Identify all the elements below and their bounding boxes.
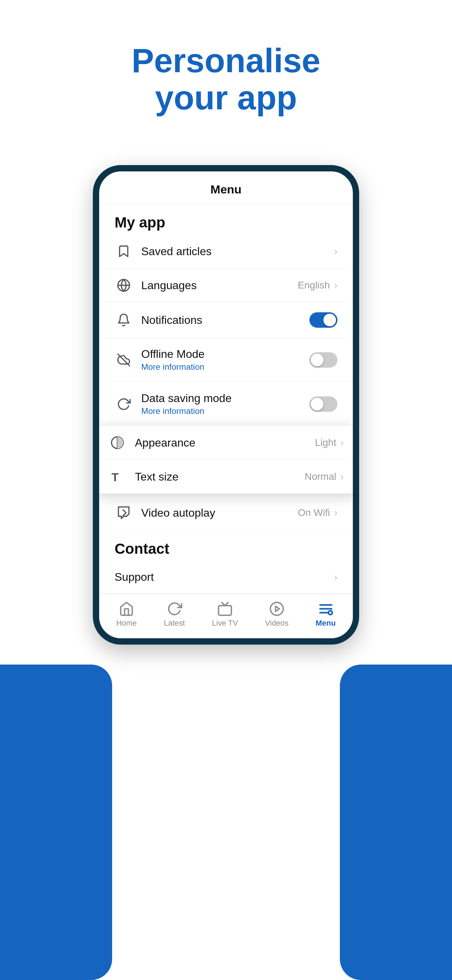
notifications-item[interactable]: Notifications — [99, 302, 353, 338]
appearance-value: Light — [315, 437, 336, 448]
support-chevron: › — [334, 572, 337, 583]
nav-latest[interactable]: Latest — [164, 601, 185, 628]
menu-header: Menu — [99, 172, 353, 204]
nav-menu[interactable]: Menu — [316, 601, 336, 628]
data-saving-toggle[interactable] — [309, 396, 337, 412]
video-autoplay-value: On Wifi — [298, 507, 330, 519]
floating-card-wrapper: Appearance Light › T Text size N — [99, 426, 353, 496]
nav-home-label: Home — [116, 619, 137, 628]
offline-mode-item[interactable]: Offline Mode More information — [99, 338, 353, 382]
support-item[interactable]: Support › — [99, 561, 353, 594]
nav-videos-label: Videos — [265, 619, 289, 628]
languages-chevron: › — [334, 280, 337, 291]
saved-articles-label: Saved articles — [141, 245, 212, 258]
data-saving-item[interactable]: Data saving mode More information — [99, 382, 353, 426]
appearance-label: Appearance — [135, 436, 196, 449]
offline-mode-sublabel[interactable]: More information — [141, 362, 309, 372]
appearance-item[interactable]: Appearance Light › — [93, 426, 359, 460]
refresh-icon — [115, 397, 133, 411]
text-t-icon: T — [108, 470, 126, 484]
offline-mode-toggle[interactable] — [309, 352, 337, 368]
notifications-toggle[interactable] — [309, 312, 337, 328]
video-autoplay-icon — [115, 506, 133, 520]
half-circle-icon — [108, 436, 126, 450]
bell-icon — [115, 313, 133, 327]
nav-latest-label: Latest — [164, 619, 185, 628]
text-size-chevron: › — [341, 471, 344, 482]
page-title: Personaliseyour app — [132, 42, 321, 116]
support-label: Support — [115, 571, 154, 583]
section-contact-title: Contact — [99, 530, 353, 561]
offline-mode-label: Offline Mode — [141, 348, 309, 361]
nav-live-tv[interactable]: Live TV — [212, 601, 238, 628]
nav-videos[interactable]: Videos — [265, 601, 289, 628]
svg-text:T: T — [111, 471, 118, 484]
text-size-item[interactable]: T Text size Normal › — [93, 460, 359, 493]
notifications-label: Notifications — [141, 314, 202, 326]
svg-rect-5 — [219, 606, 232, 616]
nav-home[interactable]: Home — [116, 601, 137, 628]
languages-item[interactable]: Languages English › — [99, 269, 353, 302]
video-autoplay-chevron: › — [334, 507, 337, 519]
menu-content: My app Saved articles › — [99, 204, 353, 426]
saved-articles-item[interactable]: Saved articles › — [99, 234, 353, 269]
svg-marker-7 — [275, 606, 279, 612]
languages-label: Languages — [141, 279, 197, 292]
languages-value: English — [298, 280, 330, 291]
video-autoplay-item[interactable]: Video autoplay On Wifi › — [99, 496, 353, 530]
svg-point-11 — [328, 611, 332, 615]
section-my-app-title: My app — [99, 204, 353, 234]
nav-live-tv-label: Live TV — [212, 619, 238, 628]
data-saving-sublabel[interactable]: More information — [141, 406, 309, 416]
floating-card: Appearance Light › T Text size N — [93, 426, 359, 493]
bookmark-icon — [115, 244, 133, 258]
text-size-value: Normal — [304, 471, 336, 482]
video-autoplay-label: Video autoplay — [141, 506, 215, 519]
appearance-chevron: › — [341, 437, 344, 448]
saved-articles-chevron: › — [334, 246, 337, 257]
text-size-label: Text size — [135, 470, 178, 483]
nav-menu-label: Menu — [316, 619, 336, 628]
bottom-nav: Home Latest Live TV Videos — [99, 594, 353, 638]
svg-point-6 — [271, 603, 283, 616]
menu-header-title: Menu — [210, 183, 242, 196]
globe-icon — [115, 278, 133, 292]
bg-decoration-right — [340, 665, 452, 980]
data-saving-label: Data saving mode — [141, 392, 309, 405]
page-title-section: Personaliseyour app — [132, 42, 321, 116]
phone-frame: Menu My app Saved articles › — [93, 165, 359, 644]
cloud-off-icon — [115, 353, 133, 367]
bg-decoration-left — [0, 665, 112, 980]
